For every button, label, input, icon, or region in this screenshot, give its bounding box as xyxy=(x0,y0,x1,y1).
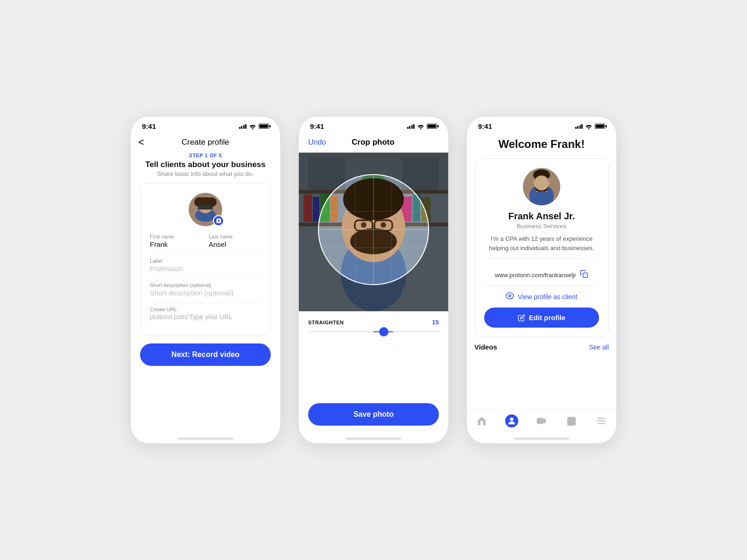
status-icons-1 xyxy=(239,124,269,129)
edit-profile-button[interactable]: Edit profile xyxy=(484,308,599,328)
home-icon xyxy=(477,416,487,426)
divider-3 xyxy=(150,302,261,303)
svg-point-56 xyxy=(510,418,513,421)
divider-2 xyxy=(150,278,261,279)
menu-icon xyxy=(596,416,606,426)
wifi-icon-1 xyxy=(249,124,256,129)
tab-profile[interactable] xyxy=(505,414,518,427)
label-placeholder[interactable]: Profession xyxy=(150,265,261,273)
battery-icon-3 xyxy=(595,124,605,129)
back-button-1[interactable]: < xyxy=(138,136,144,148)
last-name-value[interactable]: Ansel xyxy=(209,240,261,248)
save-button[interactable]: Save photo xyxy=(308,403,439,426)
battery-icon-2 xyxy=(427,124,437,129)
profile-divider-2 xyxy=(484,286,599,286)
view-profile-label: View profile as client xyxy=(518,293,577,301)
crop-overlay xyxy=(299,153,448,311)
wifi-icon-2 xyxy=(417,124,424,129)
tab-video[interactable] xyxy=(535,414,548,427)
signal-icon-3 xyxy=(575,124,583,129)
profile-bio: I'm a CPA with 12 years of experience he… xyxy=(484,234,599,252)
time-3: 9:41 xyxy=(478,122,492,130)
url-input[interactable]: Type your URL xyxy=(189,313,233,321)
profile-name: Frank Ansel Jr. xyxy=(508,211,575,222)
first-name-label: First name xyxy=(150,234,202,239)
last-name-label: Last name xyxy=(209,234,261,239)
svg-rect-49 xyxy=(535,179,540,183)
calendar-tab-icon xyxy=(565,414,578,427)
copy-icon[interactable] xyxy=(580,270,588,280)
edit-profile-label: Edit profile xyxy=(529,314,565,322)
tab-calendar[interactable] xyxy=(565,414,578,427)
straighten-label: STRAIGHTEN xyxy=(308,320,344,325)
camera-icon xyxy=(216,218,222,224)
profile-avatar xyxy=(523,168,560,205)
time-2: 9:41 xyxy=(310,122,324,130)
profile-avatar-image xyxy=(523,168,560,205)
url-row: protonn.com/ Type your URL xyxy=(150,313,261,321)
desc-field: Short description (optional) Short descr… xyxy=(150,282,261,297)
tab-menu[interactable] xyxy=(595,414,608,427)
camera-badge[interactable] xyxy=(213,215,224,226)
straighten-value: 15 xyxy=(432,319,439,326)
straighten-header: STRAIGHTEN 15 xyxy=(308,319,439,326)
svg-point-48 xyxy=(535,185,548,192)
straighten-area: STRAIGHTEN 15 xyxy=(299,311,448,343)
phone-3: 9:41 Welcome Frank! xyxy=(467,117,616,443)
tab-home[interactable] xyxy=(475,414,488,427)
svg-rect-58 xyxy=(568,418,576,426)
svg-rect-57 xyxy=(537,419,543,424)
video-tab-icon xyxy=(535,414,548,427)
slider-thumb[interactable] xyxy=(379,327,388,336)
svg-point-53 xyxy=(545,180,547,182)
view-profile-button[interactable]: View profile as client xyxy=(506,292,577,302)
profile-card: Frank Ansel Jr. Business Services I'm a … xyxy=(474,158,609,337)
step-title: Tell clients about your business xyxy=(140,160,271,169)
svg-rect-3 xyxy=(194,197,217,207)
phone-2: 9:41 Undo Crop photo xyxy=(299,117,448,443)
url-field: Create URL protonn.com/ Type your URL xyxy=(150,307,261,321)
undo-button[interactable]: Undo xyxy=(308,138,326,147)
wifi-icon-3 xyxy=(585,124,592,129)
eye-icon xyxy=(506,292,514,302)
time-1: 9:41 xyxy=(142,122,156,130)
profile-role: Business Services xyxy=(517,223,566,230)
crop-area xyxy=(299,153,448,311)
page: 9:41 < Create profile STEP 1 OF 5 Tell c… xyxy=(0,0,747,560)
svg-rect-50 xyxy=(543,179,549,183)
svg-point-55 xyxy=(509,295,511,297)
videos-row: Videos See all xyxy=(474,337,609,351)
svg-point-44 xyxy=(529,185,554,205)
crop-title: Crop photo xyxy=(352,138,395,147)
profile-url-row: www.protonn.com/frankanseljr xyxy=(495,270,588,280)
next-button[interactable]: Next: Record video xyxy=(140,343,271,366)
url-label: Create URL xyxy=(150,307,261,312)
status-icons-2 xyxy=(407,124,437,129)
menu-tab-icon xyxy=(595,414,608,427)
svg-point-6 xyxy=(207,204,211,209)
desc-placeholder[interactable]: Short description (optional) xyxy=(150,289,261,297)
svg-point-5 xyxy=(199,204,204,209)
step-indicator: STEP 1 OF 5 Tell clients about your busi… xyxy=(140,153,271,177)
slider-track[interactable] xyxy=(308,331,439,332)
phone-1: 9:41 < Create profile STEP 1 OF 5 Tell c… xyxy=(131,117,280,443)
home-tab-icon xyxy=(475,414,488,427)
see-all-button[interactable]: See all xyxy=(589,343,609,351)
phone1-content: STEP 1 OF 5 Tell clients about your busi… xyxy=(131,153,280,433)
signal-icon-2 xyxy=(407,124,415,129)
status-bar-2: 9:41 xyxy=(299,117,448,134)
phone2-nav: Undo Crop photo xyxy=(299,134,448,153)
step-label: STEP 1 OF 5 xyxy=(140,153,271,158)
first-name-field: First name Frank xyxy=(150,234,202,248)
label-field: Label Profession xyxy=(150,258,261,273)
nav-bar-1: < Create profile xyxy=(131,134,280,153)
home-indicator-3 xyxy=(514,438,570,440)
profile-tab-icon xyxy=(505,414,518,427)
nav-title-1: Create profile xyxy=(182,138,229,147)
first-name-value[interactable]: Frank xyxy=(150,240,202,248)
home-indicator-2 xyxy=(345,438,402,440)
avatar-area xyxy=(187,193,224,226)
status-icons-3 xyxy=(575,124,606,129)
videos-label: Videos xyxy=(474,343,497,351)
url-prefix: protonn.com/ xyxy=(150,313,188,321)
